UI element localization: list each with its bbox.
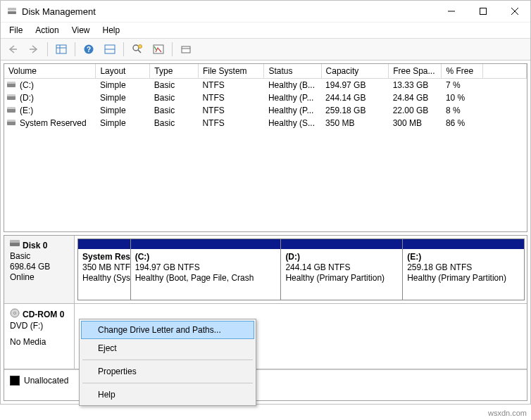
minimize-button[interactable] [435,1,467,22]
partition[interactable]: (D:)244.14 GB NTFSHealthy (Primary Parti… [280,238,403,300]
title-bar: Disk Management [1,1,530,23]
menu-view[interactable]: View [66,24,96,37]
partition-size: 244.14 GB NTFS [285,262,398,273]
svg-point-15 [133,45,139,51]
column-header[interactable]: % Free [442,64,482,79]
column-header[interactable]: Type [150,64,199,79]
disk0-state: Online [10,272,68,283]
volume-row[interactable]: System ReservedSimpleBasicNTFSHealthy (S… [4,117,527,129]
column-header[interactable]: Layout [96,64,150,79]
volume-list-pane: VolumeLayoutTypeFile SystemStatusCapacit… [4,63,527,232]
context-menu-item[interactable]: Eject [81,339,254,357]
legend-swatch-unallocated [10,376,20,386]
context-menu-item[interactable]: Properties [81,362,254,381]
cell: 22.00 GB [389,104,442,117]
legend-label-unallocated: Unallocated [24,376,68,386]
partition-health: Healthy (Primary Partition) [407,273,520,284]
volume-icon [7,94,15,101]
partition-size: 350 MB NTFS [82,262,126,273]
cell [482,117,526,129]
cd-icon [10,308,20,321]
volume-row[interactable]: (D:)SimpleBasicNTFSHealthy (P...244.14 G… [4,91,527,104]
partition-stripe [403,239,524,249]
svg-rect-28 [7,120,15,122]
refresh-button[interactable] [128,40,146,58]
properties-button[interactable] [149,40,168,58]
partition-size: 194.97 GB NTFS [135,262,277,273]
volume-table[interactable]: VolumeLayoutTypeFile SystemStatusCapacit… [4,64,527,129]
cell: 300 MB [389,117,442,129]
toolbar-separator [123,42,124,56]
cell: (D:) [4,91,96,104]
partition[interactable]: (E:)259.18 GB NTFSHealthy (Primary Parti… [402,238,525,300]
svg-rect-19 [182,46,190,53]
volume-icon [7,119,15,126]
column-header[interactable] [482,64,526,79]
cell: (C:) [4,79,96,92]
cell: Simple [96,117,150,129]
volume-icon [7,106,15,113]
volume-row[interactable]: (E:)SimpleBasicNTFSHealthy (P...259.18 G… [4,104,527,117]
disk0-name: Disk 0 [23,241,47,251]
cell: 13.33 GB [389,79,442,92]
cdrom-state: No Media [10,337,68,348]
svg-point-32 [14,312,16,314]
toolbar-separator [172,42,173,56]
watermark: wsxdn.com [488,409,527,417]
column-header[interactable]: File System [198,64,264,79]
cell: 8 % [442,104,482,117]
toolbar: ? [1,39,530,61]
menu-action[interactable]: Action [30,24,64,37]
cdrom-header[interactable]: CD-ROM 0 DVD (F:) No Media [4,304,75,369]
action-button[interactable] [177,40,195,58]
cell: Basic [150,79,199,92]
svg-rect-3 [480,8,486,15]
view-detail-button[interactable] [101,40,119,58]
partition-stripe [131,239,281,249]
column-header[interactable]: Free Spa... [389,64,442,79]
menu-help[interactable]: Help [97,24,126,37]
view-list-button[interactable] [52,40,70,58]
window-controls [435,1,530,22]
cell: Simple [96,91,150,104]
context-menu-item[interactable]: Help [81,386,254,404]
cell: 10 % [442,91,482,104]
cell: 24.84 GB [389,91,442,104]
cell: Healthy (P... [264,91,321,104]
cdrom-name: CD-ROM 0 [23,310,64,320]
volume-row[interactable]: (C:)SimpleBasicNTFSHealthy (B...194.97 G… [4,79,527,92]
cell: 244.14 GB [321,91,389,104]
volume-icon [7,81,15,88]
disk0-type: Basic [10,251,68,262]
svg-rect-1 [8,8,16,11]
cell: 86 % [442,117,482,129]
context-menu-item[interactable]: Change Drive Letter and Paths... [81,321,254,339]
partition[interactable]: (C:)194.97 GB NTFSHealthy (Boot, Page Fi… [130,238,282,300]
partition-size: 259.18 GB NTFS [407,262,520,273]
cell: 350 MB [321,117,389,129]
menu-file[interactable]: File [4,24,28,37]
cell: Basic [150,117,199,129]
disk0-header[interactable]: Disk 0 Basic 698.64 GB Online [4,236,75,303]
toolbar-separator [47,42,48,56]
partition-health: Healthy (Primary Partition) [285,273,398,284]
column-header[interactable]: Capacity [321,64,389,79]
partition-title: (C:) [135,252,277,262]
column-header[interactable]: Status [264,64,321,79]
nav-back-button [4,40,22,58]
toolbar-separator [75,42,75,56]
help-button[interactable]: ? [80,40,98,58]
svg-rect-8 [56,45,66,53]
svg-rect-26 [7,107,15,109]
menu-bar: File Action View Help [1,23,530,39]
cell [482,104,526,117]
partition-title: (D:) [285,252,398,262]
close-button[interactable] [499,1,530,22]
cell: NTFS [198,104,264,117]
maximize-button[interactable] [467,1,499,22]
column-header[interactable]: Volume [4,64,96,79]
disk0-row: Disk 0 Basic 698.64 GB Online System Res… [4,236,527,304]
partition[interactable]: System Rese350 MB NTFSHealthy (Syst [77,238,131,300]
cell: Healthy (P... [264,104,321,117]
cell: NTFS [198,79,264,92]
